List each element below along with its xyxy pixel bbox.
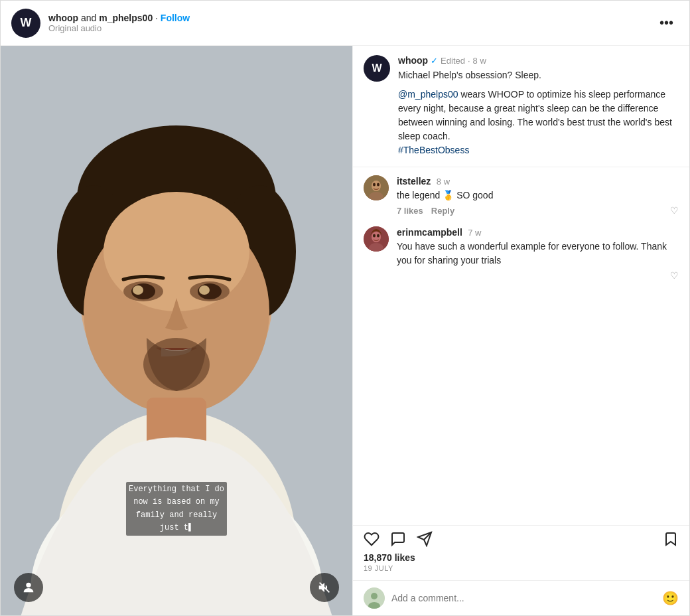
author-name-row: whoop ✓ Edited · 8 w — [398, 55, 679, 66]
header-username1[interactable]: whoop — [48, 13, 78, 23]
comment-body-itstellez: itstellez 8 w the legend 🥇 SO good 7 lik… — [397, 175, 679, 216]
svg-point-29 — [377, 234, 380, 238]
caption-line3: family and really — [136, 510, 217, 520]
comment-header-erinmcampbell: erinmcampbell 7 w — [397, 226, 679, 238]
video-caption-text: Everything that I do now is based on my … — [126, 482, 227, 536]
post-main: Everything that I do now is based on my … — [1, 46, 689, 615]
comment-body-erinmcampbell: erinmcampbell 7 w You have such a wonder… — [397, 226, 679, 281]
post-mention[interactable]: @m_phelps00 — [398, 89, 458, 100]
comment-header-itstellez: itstellez 8 w — [397, 175, 679, 187]
comment-heart-itstellez[interactable]: ♡ — [670, 205, 679, 216]
comment-time-erinmcampbell: 7 w — [468, 228, 481, 238]
mute-button[interactable] — [310, 573, 339, 602]
comment-heart-erinmcampbell[interactable]: ♡ — [670, 270, 679, 281]
action-bar: 18,870 likes 19 JULY — [353, 525, 689, 580]
author-avatar: W — [364, 55, 390, 82]
comments-section: itstellez 8 w the legend 🥇 SO good 7 lik… — [353, 167, 689, 525]
caption-line1: Everything that I do — [129, 485, 224, 494]
header-avatar: W — [11, 9, 40, 38]
post-title-text: Michael Phelp's obsession? Sleep. — [398, 70, 541, 80]
svg-point-23 — [373, 183, 376, 187]
header-and: and — [81, 13, 99, 23]
share-button[interactable] — [417, 531, 433, 547]
svg-point-13 — [133, 285, 143, 295]
post-time: 8 w — [473, 56, 486, 66]
comment-likes-row-erinmcampbell: ♡ — [397, 270, 679, 281]
comment-text-erinmcampbell: You have such a wonderful example for ev… — [397, 240, 679, 268]
bookmark-button[interactable] — [663, 531, 679, 547]
svg-point-33 — [371, 593, 378, 599]
comment-erinmcampbell: erinmcampbell 7 w You have such a wonder… — [364, 226, 679, 281]
post-container: W whoop and m_phelps00 · Follow Original… — [0, 0, 690, 616]
video-controls — [1, 573, 352, 602]
comment-username-itstellez[interactable]: itstellez — [397, 176, 431, 187]
post-edited: Edited — [441, 56, 465, 66]
follow-button[interactable]: Follow — [161, 13, 190, 23]
header-subtitle: Original audio — [48, 23, 654, 33]
post-media: Everything that I do now is based on my … — [1, 46, 352, 615]
post-header: W whoop and m_phelps00 · Follow Original… — [1, 1, 689, 46]
svg-point-28 — [373, 234, 376, 238]
author-name[interactable]: whoop — [398, 55, 428, 66]
post-sidebar: W whoop ✓ Edited · 8 w Michael Phelp's o… — [352, 46, 689, 615]
post-dot: · — [468, 56, 470, 66]
post-hashtag[interactable]: #TheBestObsess — [398, 145, 469, 155]
comment-avatar-itstellez — [364, 175, 389, 200]
header-names: whoop and m_phelps00 · Follow — [48, 13, 654, 23]
caption-line2: now is based on my — [133, 497, 220, 506]
comment-text-itstellez: the legend 🥇 SO good — [397, 189, 679, 202]
comment-reply-itstellez[interactable]: Reply — [431, 206, 454, 216]
verified-icon: ✓ — [431, 56, 438, 66]
post-title: Michael Phelp's obsession? Sleep. — [398, 68, 679, 82]
header-username2[interactable]: m_phelps00 — [99, 13, 153, 23]
header-dot: · — [155, 13, 161, 23]
svg-point-15 — [143, 338, 210, 391]
svg-point-18 — [26, 583, 31, 587]
post-author-section: W whoop ✓ Edited · 8 w Michael Phelp's o… — [353, 46, 689, 167]
comment-button[interactable] — [390, 531, 406, 547]
comment-avatar-erinmcampbell — [364, 226, 389, 252]
svg-point-14 — [199, 285, 210, 295]
comment-time-itstellez: 8 w — [437, 177, 450, 187]
comment-input[interactable] — [391, 593, 662, 603]
header-avatar-letter: W — [21, 16, 32, 30]
add-comment-row: 🙂 — [353, 580, 689, 615]
post-body: @m_phelps00 wears WHOOP to optimize his … — [398, 88, 679, 157]
action-icons — [364, 531, 679, 547]
comment-user-avatar — [364, 587, 385, 609]
more-options-button[interactable]: ••• — [654, 13, 679, 33]
svg-point-24 — [377, 183, 380, 187]
author-row: W whoop ✓ Edited · 8 w Michael Phelp's o… — [364, 55, 679, 157]
post-date: 19 JULY — [364, 564, 679, 572]
profile-button[interactable] — [14, 573, 43, 602]
comment-likes-row-itstellez: 7 likes Reply ♡ — [397, 205, 679, 216]
caption-line4: just t▌ — [160, 523, 193, 532]
author-content: whoop ✓ Edited · 8 w Michael Phelp's obs… — [398, 55, 679, 157]
comment-itstellez: itstellez 8 w the legend 🥇 SO good 7 lik… — [364, 175, 679, 216]
like-button[interactable] — [364, 531, 380, 547]
comment-likes-itstellez: 7 likes — [397, 206, 423, 216]
header-info: whoop and m_phelps00 · Follow Original a… — [48, 13, 654, 33]
emoji-button[interactable]: 🙂 — [662, 590, 679, 606]
author-avatar-letter: W — [372, 62, 381, 74]
video-caption: Everything that I do now is based on my … — [126, 482, 227, 536]
likes-count: 18,870 likes — [364, 552, 679, 563]
comment-username-erinmcampbell[interactable]: erinmcampbell — [397, 227, 462, 238]
